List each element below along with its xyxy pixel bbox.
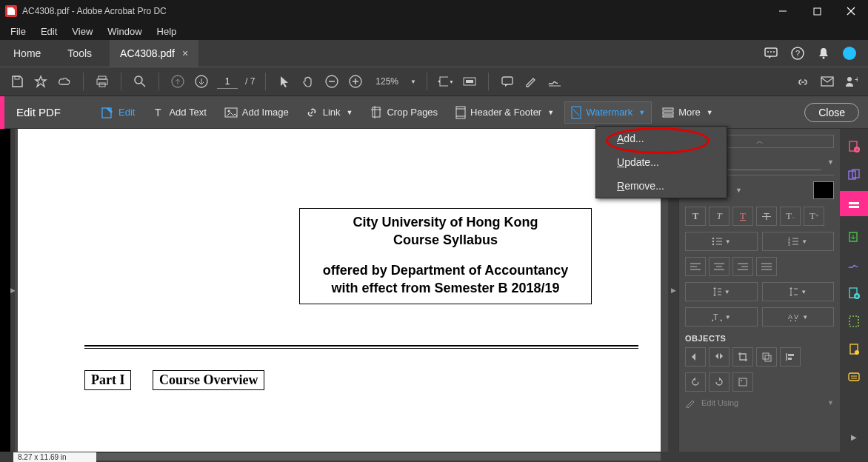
title-bar: AC4308.pdf - Adobe Acrobat Pro DC [0,0,868,22]
save-icon[interactable] [9,73,25,90]
replace-image-button[interactable] [732,372,753,392]
underline-button[interactable]: T [732,207,753,226]
comments-icon[interactable] [764,47,778,59]
fit-width-icon[interactable]: ▼ [438,73,454,90]
align-center-button[interactable] [709,257,730,276]
combine-files-icon[interactable] [847,167,861,182]
print-icon[interactable] [94,73,110,90]
overview-label-box[interactable]: Course Overview [153,370,264,390]
sign-icon[interactable] [847,258,861,272]
highlight-icon[interactable] [523,73,539,90]
menu-file[interactable]: File [3,24,33,39]
chevron-down-icon: ▼ [707,109,713,116]
paragraph-spacing-button[interactable]: ▼ [762,282,835,301]
rotate-cw-button[interactable] [709,372,730,392]
doc-line-1: City University of Hong Kong [300,213,591,231]
subscript-button[interactable]: T⁺ [804,207,824,226]
part-label-box[interactable]: Part I [84,370,131,390]
text-color-swatch[interactable] [813,181,834,199]
crop-pages-tool[interactable]: Crop Pages [363,101,445,124]
add-text-tool[interactable]: T Add Text [145,102,213,123]
watermark-add-item[interactable]: AAdd...dd... [596,127,727,150]
protect-icon[interactable] [847,342,861,357]
svg-point-35 [227,110,230,112]
redact-icon[interactable] [847,314,861,329]
arrange-button[interactable] [756,347,777,366]
line-spacing-button[interactable]: ▼ [685,282,758,301]
italic-button[interactable]: T [709,207,730,226]
close-editpdf-button[interactable]: Close [804,103,859,122]
page-total-label: / 7 [245,76,255,87]
export-pdf-icon[interactable] [847,230,861,244]
email-icon[interactable] [819,73,835,90]
document-canvas[interactable]: City University of Hong Kong Course Syll… [15,129,668,452]
dropdown-icon[interactable]: ▼ [735,187,742,194]
pdf-page[interactable]: City University of Hong Kong Course Syll… [18,129,661,452]
document-title-box[interactable]: City University of Hong Kong Course Syll… [299,208,592,304]
tab-close-icon[interactable]: × [182,47,188,59]
rotate-ccw-button[interactable] [685,372,706,392]
tab-document[interactable]: AC4308.pdf × [110,40,198,67]
share-person-icon[interactable]: + [843,73,859,90]
create-pdf-icon[interactable]: + [847,139,861,154]
dropdown-icon[interactable]: ▼ [827,158,834,166]
fit-page-icon[interactable] [461,73,478,90]
zoom-dropdown-icon[interactable]: ▼ [410,78,416,85]
header-footer-tool[interactable]: Header & Footer▼ [448,101,561,124]
rail-expand-icon[interactable]: ▶ [847,429,861,444]
organize-pages-icon[interactable] [847,286,861,301]
zoom-level[interactable]: 125% [375,76,398,87]
menu-edit[interactable]: Edit [33,24,64,39]
share-link-icon[interactable] [795,73,812,90]
menu-view[interactable]: View [64,24,100,39]
edit-using-label[interactable]: Edit Using [701,398,738,407]
bold-button[interactable]: T [685,207,706,226]
edit-pdf-rail-icon[interactable] [840,191,868,216]
comment-rail-icon[interactable] [847,370,861,385]
numbered-list-button[interactable]: 123▼ [762,232,835,251]
flip-horizontal-button[interactable] [709,347,730,366]
strikethrough-button[interactable]: T [756,207,777,226]
help-icon[interactable]: ? [791,47,804,60]
more-tool[interactable]: More▼ [655,102,721,122]
align-justify-button[interactable] [756,257,777,276]
watermark-tool[interactable]: Watermark▼ [564,101,652,124]
horizontal-scale-button[interactable]: T▼ [685,307,758,327]
add-image-tool[interactable]: Add Image [217,102,296,122]
align-left-button[interactable] [685,257,706,276]
menu-help[interactable]: Help [150,24,184,39]
align-right-button[interactable] [732,257,753,276]
sticky-note-icon[interactable] [499,73,515,90]
tab-home[interactable]: Home [0,40,54,67]
prev-page-icon[interactable] [170,73,186,90]
menu-window[interactable]: Window [100,24,149,39]
page-number-input[interactable] [217,74,238,89]
signature-icon[interactable] [547,73,563,90]
chevron-right-icon: ▶ [671,287,676,294]
bullet-list-button[interactable]: ▼ [685,232,758,251]
edit-tool[interactable]: Edit [93,101,142,124]
notifications-icon[interactable] [818,47,829,60]
minimize-button[interactable] [766,0,800,22]
maximize-button[interactable] [800,0,834,22]
watermark-remove-item[interactable]: Remove... [596,174,727,198]
selection-icon[interactable] [276,73,293,90]
horizontal-scrollbar[interactable] [96,453,661,461]
next-page-icon[interactable] [193,73,210,90]
close-window-button[interactable] [834,0,868,22]
align-objects-button[interactable] [780,347,801,366]
zoom-out-icon[interactable] [324,73,340,90]
crop-object-button[interactable] [732,347,753,366]
star-icon[interactable] [33,73,49,90]
account-avatar[interactable] [843,47,856,60]
zoom-in-icon[interactable] [347,73,364,90]
link-tool[interactable]: Link▼ [299,102,361,123]
search-icon[interactable] [132,73,148,90]
character-spacing-button[interactable]: AV▼ [762,307,835,327]
watermark-update-item[interactable]: Update... [596,150,727,174]
superscript-button[interactable]: T₋ [780,207,801,226]
cloud-icon[interactable] [56,73,73,90]
tab-tools[interactable]: Tools [54,40,105,67]
hand-icon[interactable] [300,73,316,90]
flip-vertical-button[interactable] [685,347,706,366]
